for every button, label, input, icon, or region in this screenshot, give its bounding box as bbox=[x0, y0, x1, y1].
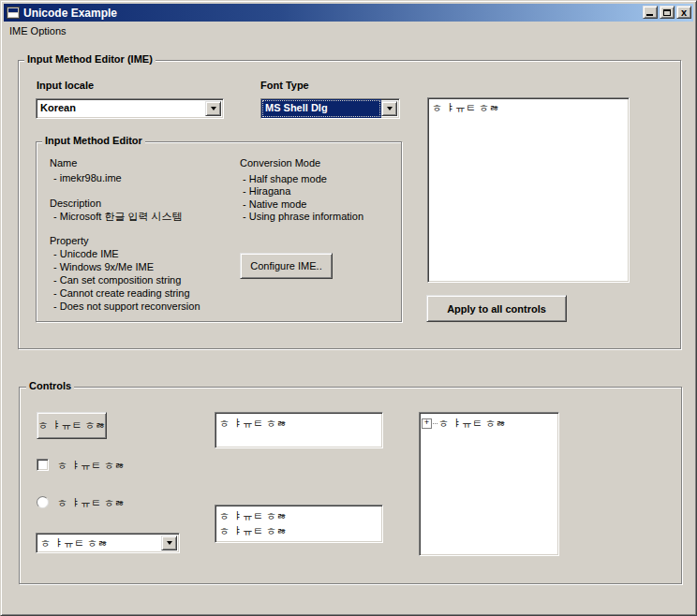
ime-preview-editbox[interactable]: ㅎ ㅑㅠㅌ ㅎㅀ bbox=[427, 97, 630, 283]
chevron-down-icon bbox=[387, 107, 393, 110]
tree-expand-icon[interactable]: + bbox=[422, 418, 432, 429]
sample-checkbox-label: ㅎ ㅑㅠㅌ ㅎㅀ bbox=[57, 460, 125, 472]
apply-to-all-controls-button[interactable]: Apply to all controls bbox=[426, 295, 567, 322]
menu-item-ime-options[interactable]: IME Options bbox=[9, 25, 67, 37]
minimize-button[interactable] bbox=[643, 6, 658, 19]
titlebar[interactable]: Unicode Example x bbox=[4, 4, 693, 22]
conversion-item: - Using phrase information bbox=[243, 211, 363, 223]
chevron-down-icon bbox=[211, 107, 216, 110]
close-icon: x bbox=[681, 7, 687, 17]
ime-info-groupbox-title: Input Method Editor bbox=[42, 135, 145, 146]
sample-treeview[interactable]: + ㅎ ㅑㅠㅌ ㅎㅀ bbox=[419, 412, 559, 556]
ime-preview-text: ㅎ ㅑㅠㅌ ㅎㅀ bbox=[432, 102, 499, 113]
configure-ime-button[interactable]: Configure IME.. bbox=[240, 253, 333, 279]
sample-combobox-dropdown-button[interactable] bbox=[161, 535, 177, 550]
input-locale-label: Input locale bbox=[37, 80, 94, 92]
sample-button[interactable]: ㅎ ㅑㅠㅌ ㅎㅀ bbox=[37, 412, 107, 439]
property-item: - Can set composition string bbox=[53, 274, 181, 286]
titlebar-buttons: x bbox=[641, 6, 691, 19]
input-locale-dropdown-button[interactable] bbox=[205, 101, 221, 116]
ime-groupbox-title: Input Method Editor (IME) bbox=[24, 53, 156, 65]
font-type-label: Font Type bbox=[260, 80, 309, 92]
tree-item-label: ㅎ ㅑㅠㅌ ㅎㅀ bbox=[438, 417, 506, 431]
property-item: - Windows 9x/Me IME bbox=[53, 261, 154, 273]
sample-edit-line: ㅎ ㅑㅠㅌ ㅎㅀ bbox=[219, 508, 378, 523]
sample-editbox-single[interactable]: ㅎ ㅑㅠㅌ ㅎㅀ bbox=[215, 412, 383, 448]
property-item: - Unicode IME bbox=[53, 248, 119, 260]
font-type-combobox[interactable]: MS Shell Dlg bbox=[260, 98, 400, 119]
conversion-item: - Hiragana bbox=[243, 185, 290, 198]
conversion-item: - Native mode bbox=[243, 198, 306, 211]
property-label: Property bbox=[50, 235, 89, 247]
window-title: Unicode Example bbox=[23, 7, 117, 20]
close-button[interactable]: x bbox=[676, 6, 691, 19]
input-locale-combobox[interactable]: Korean bbox=[36, 98, 224, 119]
controls-groupbox-title: Controls bbox=[26, 380, 74, 391]
sample-editbox-multi[interactable]: ㅎ ㅑㅠㅌ ㅎㅀ ㅎ ㅑㅠㅌ ㅎㅀ bbox=[215, 505, 383, 543]
maximize-button[interactable] bbox=[660, 6, 675, 19]
tree-item[interactable]: + ㅎ ㅑㅠㅌ ㅎㅀ bbox=[420, 413, 558, 434]
name-label: Name bbox=[50, 157, 77, 169]
sample-combobox-value: ㅎ ㅑㅠㅌ ㅎㅀ bbox=[37, 534, 161, 552]
tree-connector bbox=[433, 423, 437, 424]
description-label: Description bbox=[50, 198, 101, 210]
menubar: IME Options bbox=[5, 22, 692, 38]
maximize-icon bbox=[663, 9, 671, 16]
sample-radio-label: ㅎ ㅑㅠㅌ ㅎㅀ bbox=[57, 497, 125, 509]
property-item: - Cannot create reading string bbox=[53, 287, 190, 300]
property-item: - Does not support reconversion bbox=[53, 301, 200, 313]
font-type-value: MS Shell Dlg bbox=[261, 99, 381, 118]
conversion-mode-label: Conversion Mode bbox=[240, 157, 320, 169]
input-locale-value: Korean bbox=[37, 99, 205, 118]
description-value: - Microsoft 한글 입력 시스템 bbox=[53, 211, 183, 223]
sample-combobox[interactable]: ㅎ ㅑㅠㅌ ㅎㅀ bbox=[36, 533, 180, 553]
name-value: - imekr98u.ime bbox=[53, 172, 122, 184]
font-type-dropdown-button[interactable] bbox=[381, 101, 397, 116]
sample-radio[interactable] bbox=[37, 496, 49, 508]
minimize-icon bbox=[646, 14, 653, 16]
sample-edit-text: ㅎ ㅑㅠㅌ ㅎㅀ bbox=[219, 418, 287, 429]
unicode-example-window: Unicode Example x IME Options Input Meth… bbox=[0, 0, 697, 616]
window-icon[interactable] bbox=[7, 7, 20, 19]
chevron-down-icon bbox=[167, 541, 172, 545]
sample-checkbox[interactable] bbox=[37, 459, 49, 471]
conversion-item: - Half shape mode bbox=[243, 173, 327, 185]
sample-edit-line: ㅎ ㅑㅠㅌ ㅎㅀ bbox=[219, 523, 378, 538]
